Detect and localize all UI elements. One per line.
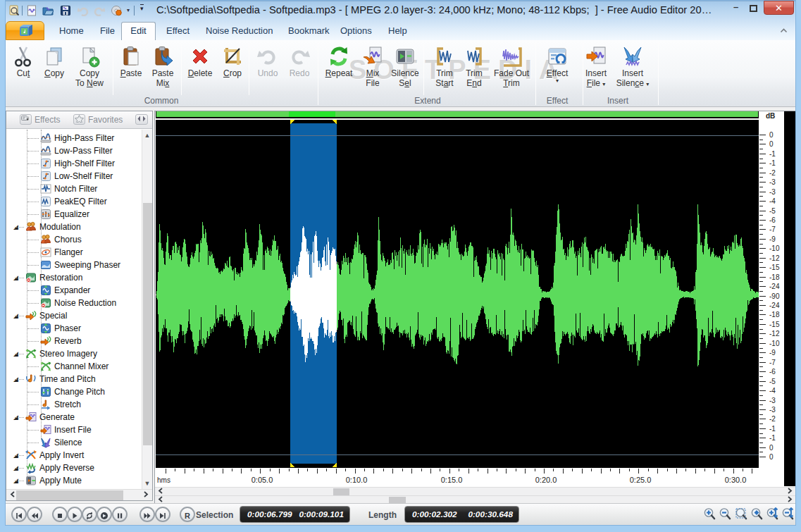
- svg-text:-15: -15: [769, 264, 780, 271]
- svg-text:-10: -10: [769, 245, 780, 252]
- svg-text:dB: dB: [766, 112, 775, 120]
- svg-text:-7: -7: [769, 359, 776, 366]
- svg-text:-5: -5: [769, 207, 776, 215]
- svg-text:-18: -18: [769, 311, 780, 318]
- svg-text:-7: -7: [769, 225, 776, 233]
- svg-text:-1: -1: [769, 150, 776, 158]
- svg-text:-1: -1: [769, 425, 776, 433]
- svg-text:-3: -3: [769, 397, 776, 404]
- svg-text:-3: -3: [769, 406, 776, 414]
- svg-text:-12: -12: [769, 330, 780, 338]
- svg-text:-9: -9: [769, 235, 776, 243]
- svg-text:0: 0: [769, 453, 774, 461]
- svg-text:-90: -90: [769, 292, 780, 300]
- svg-text:-6: -6: [769, 368, 776, 376]
- svg-text:0: 0: [769, 444, 774, 452]
- svg-text:0: 0: [769, 131, 774, 139]
- svg-text:-1: -1: [769, 434, 776, 442]
- svg-text:0: 0: [769, 140, 774, 148]
- svg-text:-18: -18: [769, 273, 780, 281]
- svg-text:-4: -4: [769, 387, 776, 395]
- svg-text:-4: -4: [769, 197, 776, 205]
- svg-text:-3: -3: [769, 178, 776, 186]
- svg-text:-2: -2: [769, 169, 776, 177]
- svg-text:-2: -2: [769, 415, 776, 423]
- svg-text:-15: -15: [769, 321, 780, 328]
- svg-text:-12: -12: [769, 254, 780, 262]
- svg-text:-10: -10: [769, 340, 780, 347]
- svg-text:-5: -5: [769, 378, 776, 385]
- svg-text:-3: -3: [769, 188, 776, 196]
- svg-text:-1: -1: [769, 159, 776, 167]
- svg-text:-6: -6: [769, 216, 776, 224]
- svg-text:-9: -9: [769, 349, 776, 357]
- svg-text:-24: -24: [769, 302, 780, 309]
- svg-text:-24: -24: [769, 283, 780, 290]
